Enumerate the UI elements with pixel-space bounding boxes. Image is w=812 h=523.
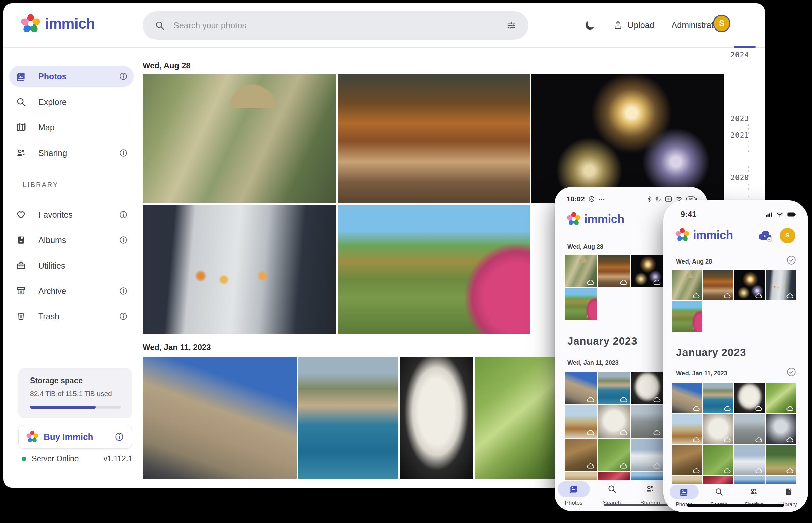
photo-marble-bust[interactable] xyxy=(400,357,473,479)
sidebar-item-map[interactable]: Map xyxy=(10,117,134,138)
buy-immich-button[interactable]: Buy Immich xyxy=(18,425,132,449)
scrubber-tick xyxy=(747,166,749,168)
cloud-backup-icon xyxy=(724,406,731,411)
scrubber-year[interactable]: 2024 xyxy=(722,51,749,59)
cloud-sync-button[interactable] xyxy=(758,230,773,242)
topbar-divider xyxy=(3,47,765,48)
sidebar-item-archive[interactable]: Archive xyxy=(10,280,134,302)
info-icon[interactable] xyxy=(114,148,134,157)
photo-castle-walls[interactable] xyxy=(672,383,702,413)
photo-holding-hands[interactable] xyxy=(143,205,336,333)
overflow-dots-icon: ⋯ xyxy=(598,195,605,203)
photo-partial[interactable] xyxy=(565,472,597,481)
tab-photos[interactable]: Photos xyxy=(555,482,593,506)
info-icon[interactable] xyxy=(114,210,134,219)
photo-lizard-on-log[interactable] xyxy=(565,438,597,471)
info-icon[interactable] xyxy=(114,287,134,295)
sidebar-item-explore[interactable]: Explore xyxy=(10,91,134,113)
photo-autumn-park-path[interactable] xyxy=(338,205,530,333)
photo-partial[interactable] xyxy=(766,476,796,484)
month-header: January 2023 xyxy=(676,347,746,359)
cloud-backup-icon xyxy=(755,406,762,411)
sidebar-item-photos[interactable]: Photos xyxy=(10,66,134,87)
scrubber-year[interactable]: 2023 xyxy=(722,115,749,123)
photo-lizard-on-moss[interactable] xyxy=(703,445,733,475)
battery-icon xyxy=(787,212,797,217)
tab-search[interactable]: Search xyxy=(593,482,631,506)
ios-status-bar: 9:41 xyxy=(681,210,797,219)
photo-partial[interactable] xyxy=(631,472,663,481)
user-avatar[interactable]: S xyxy=(780,228,795,244)
photo-castle-walls[interactable] xyxy=(565,372,597,404)
cloud-backup-icon xyxy=(786,293,794,299)
photo-coastal-town[interactable] xyxy=(598,372,630,404)
photo-jungle-monkeys[interactable] xyxy=(672,270,702,301)
sidebar-item-albums[interactable]: Albums xyxy=(10,229,134,251)
sidebar-item-utilities[interactable]: Utilities xyxy=(10,255,134,276)
photo-stone-ruins[interactable] xyxy=(631,405,663,437)
sidebar-item-label: Favorites xyxy=(33,210,114,220)
photo-farm-field[interactable] xyxy=(766,445,796,475)
photo-autumn-dinner-table[interactable] xyxy=(703,270,733,301)
photo-sea-grapes[interactable] xyxy=(766,383,796,413)
info-icon[interactable] xyxy=(114,312,134,321)
server-status-row: Server Online v1.112.1 xyxy=(22,454,133,463)
photo-autumn-dinner-table[interactable] xyxy=(338,74,530,203)
photo-lizard-on-moss[interactable] xyxy=(598,438,630,471)
app-logo[interactable]: immich xyxy=(21,14,94,34)
scrubber-tick xyxy=(747,184,749,185)
photo-lizard-on-log[interactable] xyxy=(672,445,702,475)
sidebar-item-sharing[interactable]: Sharing xyxy=(10,142,134,164)
cloud-backup-icon xyxy=(693,406,700,411)
cloud-backup-icon xyxy=(587,313,594,318)
photo-white-rock-sculpture[interactable] xyxy=(598,405,630,437)
photo-partial[interactable] xyxy=(598,472,630,481)
photo-jungle-monkeys[interactable] xyxy=(565,255,597,287)
photo-silver-ornament[interactable] xyxy=(766,414,796,444)
photo-castle-walls[interactable] xyxy=(143,357,297,479)
select-group-check-icon[interactable] xyxy=(787,255,796,265)
upload-button[interactable]: Upload xyxy=(614,20,654,30)
immich-flower-icon xyxy=(26,431,38,443)
photo-coastal-town[interactable] xyxy=(298,357,398,479)
photo-beach-cliff[interactable] xyxy=(565,405,597,437)
search-input[interactable]: Search your photos xyxy=(143,12,529,39)
photo-jungle-monkeys[interactable] xyxy=(143,74,336,203)
photo-partial[interactable] xyxy=(703,476,733,484)
photo-partial[interactable] xyxy=(735,476,765,484)
photo-fireworks[interactable] xyxy=(735,270,765,301)
date-group-header: Wed, Jan 11, 2023 xyxy=(676,370,727,377)
info-icon[interactable] xyxy=(114,72,134,81)
info-icon[interactable] xyxy=(115,432,124,441)
home-indicator[interactable] xyxy=(687,504,784,507)
photo-fireworks[interactable] xyxy=(532,74,724,203)
album-icon xyxy=(784,487,793,496)
theme-toggle-button[interactable] xyxy=(584,19,596,31)
photo-autumn-park-path[interactable] xyxy=(565,288,597,320)
sidebar-item-favorites[interactable]: Favorites xyxy=(10,204,134,225)
search-filters-icon[interactable] xyxy=(506,20,516,31)
search-placeholder: Search your photos xyxy=(173,21,498,31)
user-avatar[interactable]: S xyxy=(713,15,730,32)
photo-marble-bust[interactable] xyxy=(735,383,765,413)
photo-holding-hands[interactable] xyxy=(766,270,796,301)
photo-snowy-church[interactable] xyxy=(631,438,663,471)
photo-coastal-town[interactable] xyxy=(703,383,733,413)
photo-snowy-church[interactable] xyxy=(735,445,765,475)
scrubber-year[interactable]: 2020 xyxy=(722,174,749,182)
date-group-header: Wed, Jan 11, 2023 xyxy=(143,343,211,352)
select-group-check-icon[interactable] xyxy=(787,367,796,377)
photo-fireworks[interactable] xyxy=(631,255,663,287)
info-icon[interactable] xyxy=(114,236,134,245)
photo-partial[interactable] xyxy=(672,476,702,484)
sidebar-item-trash[interactable]: Trash xyxy=(10,306,134,327)
photo-stone-ruins[interactable] xyxy=(735,414,765,444)
photo-white-rock-sculpture[interactable] xyxy=(703,414,733,444)
photo-autumn-park-path[interactable] xyxy=(672,301,702,331)
photo-beach-cliff[interactable] xyxy=(672,414,702,444)
scrubber-year[interactable]: 2021 xyxy=(722,131,749,140)
cloud-backup-icon xyxy=(653,463,661,469)
photo-marble-bust[interactable] xyxy=(631,372,663,404)
storage-title: Storage space xyxy=(30,376,83,385)
photo-autumn-dinner-table[interactable] xyxy=(598,255,630,287)
